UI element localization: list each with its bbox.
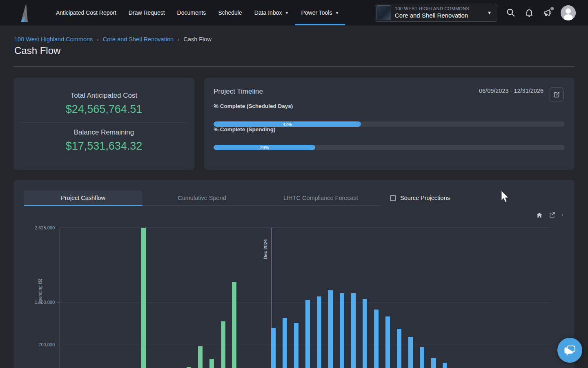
- projected-spend-bar: [351, 293, 356, 368]
- chat-widget-button[interactable]: [557, 338, 582, 363]
- top-navbar: Anticipated Cost Report Draw Request Doc…: [0, 0, 588, 25]
- actual-spend-bar: [221, 321, 225, 368]
- total-anticipated-cost-value: $24,565,764.51: [13, 103, 194, 116]
- progress-percent: 29%: [260, 145, 269, 150]
- tab-project-cashflow[interactable]: Project Cashflow: [24, 191, 143, 206]
- nav-item-schedule[interactable]: Schedule: [212, 0, 248, 25]
- y-axis-tick: [57, 345, 60, 345]
- chat-bubbles-icon: [563, 343, 577, 357]
- cashflow-plot: 2,625,000 1,400,000 700,000 Spending ($)…: [59, 227, 550, 368]
- breadcrumb-project-link[interactable]: 100 West Highland Commons: [14, 36, 93, 43]
- projected-spend-bar: [408, 337, 413, 368]
- spending-progress: 29%: [214, 145, 565, 150]
- actual-spend-bar: [141, 228, 146, 368]
- breadcrumb: 100 West Highland Commons › Core and She…: [14, 36, 212, 43]
- cost-summary-card: Total Anticipated Cost $24,565,764.51 Ba…: [13, 78, 194, 170]
- project-thumbnail: [376, 5, 391, 20]
- breadcrumb-subproject-link[interactable]: Core and Shell Renovation: [103, 36, 174, 43]
- user-avatar[interactable]: [561, 5, 576, 20]
- projected-spend-bar: [305, 300, 310, 368]
- source-projections-checkbox[interactable]: [390, 195, 396, 201]
- projected-spend-bar: [283, 318, 287, 368]
- notification-badge: [550, 7, 554, 10]
- projected-spend-bar: [385, 316, 390, 368]
- announcements-megaphone-icon[interactable]: [543, 8, 552, 18]
- projected-spend-bar: [294, 323, 298, 368]
- plotline-label: Dec 2024: [263, 239, 268, 259]
- projected-spend-bar: [420, 347, 424, 368]
- app-logo-icon[interactable]: [18, 3, 32, 22]
- title-divider: [13, 66, 575, 67]
- chevron-down-icon: ▼: [487, 10, 492, 15]
- y-axis-tick: [57, 302, 60, 303]
- edit-timeline-button[interactable]: [550, 88, 564, 101]
- projected-spend-bar: [340, 293, 344, 368]
- timeline-date-range: 06/09/2023 - 12/31/2026: [479, 88, 543, 94]
- project-selector[interactable]: 100 WEST HIGHLAND COMMONS Core and Shell…: [375, 4, 497, 22]
- projected-spend-bar: [271, 328, 276, 368]
- open-external-icon[interactable]: [549, 212, 555, 218]
- projected-spend-bar: [363, 299, 367, 368]
- progress-percent: 42%: [283, 122, 292, 127]
- nav-item-draw-request[interactable]: Draw Request: [122, 0, 171, 25]
- projected-spend-bar: [317, 296, 321, 368]
- projected-spend-bar: [328, 290, 333, 368]
- nav-item-power-tools[interactable]: Power Tools▼: [295, 0, 345, 25]
- actual-spend-bar: [232, 282, 236, 368]
- progress-fill: 29%: [214, 145, 315, 150]
- tab-lihtc-compliance-forecast[interactable]: LIHTC Compliance Forecast: [261, 191, 380, 206]
- projected-spend-bar: [397, 329, 401, 368]
- card-divider: [20, 122, 188, 123]
- chevron-down-icon: ▼: [285, 11, 289, 15]
- kebab-menu-icon[interactable]: [561, 212, 564, 218]
- balance-remaining-label: Balance Remaining: [13, 128, 194, 137]
- y-axis-label: 2,625,000: [35, 225, 55, 230]
- source-projections-toggle[interactable]: Source Projections: [390, 195, 450, 201]
- cashflow-chart-card: Project Cashflow Cumulative Spend LIHTC …: [13, 180, 575, 368]
- source-projections-label: Source Projections: [400, 195, 450, 201]
- y-axis-tick: [57, 228, 60, 228]
- chevron-down-icon: ▼: [335, 11, 339, 15]
- chart-toolbar: [536, 212, 564, 218]
- scheduled-days-label: % Complete (Scheduled Days): [214, 103, 293, 109]
- spending-label: % Complete (Spending): [214, 126, 276, 132]
- projected-spend-bar: [443, 363, 447, 368]
- notifications-bell-icon[interactable]: [524, 8, 534, 18]
- projected-spend-bar: [431, 358, 436, 368]
- balance-remaining-value: $17,531,634.32: [13, 140, 194, 153]
- breadcrumb-separator: ›: [97, 36, 98, 43]
- actual-spend-bar: [209, 359, 214, 368]
- page-title: Cash Flow: [14, 45, 60, 56]
- home-icon[interactable]: [536, 212, 543, 218]
- breadcrumb-separator: ›: [178, 36, 179, 43]
- breadcrumb-current: Cash Flow: [183, 36, 212, 43]
- edit-icon: [553, 91, 560, 98]
- timeline-title: Project Timeline: [214, 88, 263, 96]
- y-axis-title: Spending ($): [38, 279, 42, 305]
- search-icon[interactable]: [506, 8, 516, 18]
- chart-tabs: Project Cashflow Cumulative Spend LIHTC …: [24, 191, 380, 206]
- project-timeline-card: Project Timeline 06/09/2023 - 12/31/2026…: [204, 78, 575, 170]
- actual-spend-bar: [198, 346, 203, 368]
- projected-spend-bar: [374, 310, 379, 368]
- sub-project-name: Core and Shell Renovation: [395, 12, 469, 20]
- nav-right-section: 100 WEST HIGHLAND COMMONS Core and Shell…: [375, 0, 576, 25]
- y-axis-label: 700,000: [38, 342, 55, 347]
- nav-item-anticipated-cost-report[interactable]: Anticipated Cost Report: [50, 0, 122, 25]
- nav-item-data-inbox[interactable]: Data Inbox▼: [248, 0, 295, 25]
- total-anticipated-cost-label: Total Anticipated Cost: [13, 92, 194, 100]
- project-name: 100 WEST HIGHLAND COMMONS: [395, 6, 469, 12]
- tab-cumulative-spend[interactable]: Cumulative Spend: [143, 191, 261, 206]
- nav-item-documents[interactable]: Documents: [171, 0, 212, 25]
- nav-menu: Anticipated Cost Report Draw Request Doc…: [50, 0, 345, 25]
